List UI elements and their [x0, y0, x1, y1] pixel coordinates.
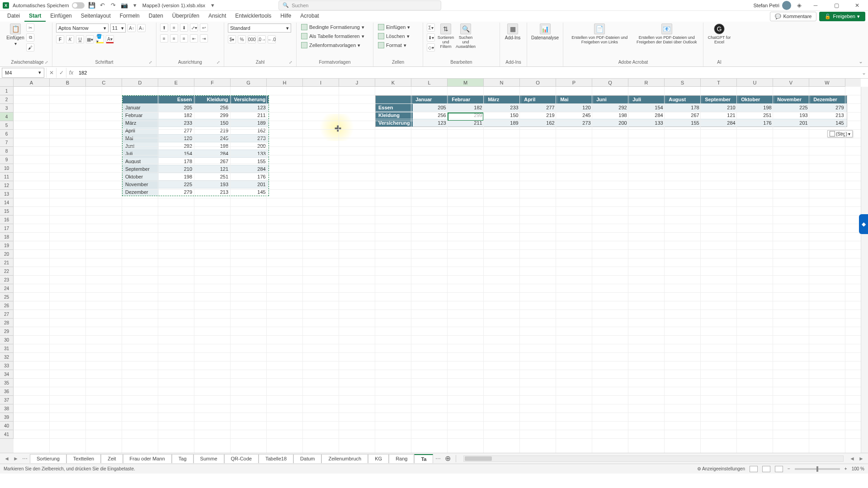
qat-dropdown-icon[interactable]: ▾ [132, 2, 139, 9]
format-cells-button[interactable]: Format ▾ [377, 42, 411, 49]
diamond-icon[interactable]: ◈ [796, 2, 803, 9]
sheet-tab[interactable]: Textteilen [66, 454, 101, 463]
wrap-text-icon[interactable]: ↩ [200, 23, 208, 32]
horizontal-scrollbar[interactable] [463, 455, 844, 462]
tab-überprüfen[interactable]: Überprüfen [168, 11, 204, 22]
sheet-tab[interactable]: Frau oder Mann [123, 454, 172, 463]
tab-formeln[interactable]: Formeln [115, 11, 144, 22]
row-header[interactable]: 10 [0, 164, 14, 173]
maximize-button[interactable]: ▢ [828, 0, 844, 11]
sheet-prev-icon[interactable]: ◄ [3, 455, 11, 463]
orientation-icon[interactable]: ⤢▾ [190, 23, 198, 32]
row-header[interactable]: 11 [0, 173, 14, 181]
col-header[interactable]: D [122, 79, 158, 87]
vertical-scrollbar[interactable] [861, 87, 868, 453]
col-header[interactable]: V [773, 79, 809, 87]
bold-button[interactable]: F [56, 35, 64, 43]
chatgpt-button[interactable]: GChatGPT for Excel [707, 23, 731, 44]
collapse-ribbon-icon[interactable]: ⌄ [856, 23, 865, 66]
share-button[interactable]: 🔓 Freigeben ▾ [819, 12, 865, 21]
copy-icon[interactable]: ⧉ [26, 33, 34, 42]
doc-dropdown-icon[interactable]: ▾ [209, 2, 216, 9]
col-header[interactable]: L [411, 79, 448, 87]
increase-font-icon[interactable]: A↑ [127, 24, 136, 32]
paste-options-tag[interactable]: (Strg) ▾ [827, 130, 853, 137]
sheet-tab[interactable]: Datum [293, 454, 321, 463]
launcher-icon[interactable]: ⤢ [289, 60, 292, 65]
row-header[interactable]: 13 [0, 190, 14, 198]
tab-hilfe[interactable]: Hilfe [276, 11, 296, 22]
row-header[interactable]: 41 [0, 430, 14, 439]
row-header[interactable]: 6 [0, 130, 14, 138]
font-size-select[interactable]: 11▾ [110, 23, 126, 33]
increase-indent-icon[interactable]: ⇥ [200, 34, 208, 42]
align-right-icon[interactable]: ≡ [180, 34, 188, 42]
row-header[interactable]: 36 [0, 387, 14, 396]
tab-datei[interactable]: Datei [3, 11, 24, 22]
tab-acrobat[interactable]: Acrobat [296, 11, 323, 22]
col-header[interactable]: I [303, 79, 339, 87]
font-color-button[interactable]: A▾ [106, 35, 114, 43]
col-header[interactable]: H [267, 79, 303, 87]
insert-cells-button[interactable]: Einfügen ▾ [377, 23, 411, 31]
addins-button[interactable]: ▦Add-Ins [504, 23, 522, 40]
row-header[interactable]: 15 [0, 207, 14, 216]
row-header[interactable]: 5 [0, 121, 14, 130]
row-header[interactable]: 30 [0, 336, 14, 344]
align-left-icon[interactable]: ≡ [160, 34, 168, 42]
decrease-indent-icon[interactable]: ⇤ [190, 34, 198, 42]
decrease-decimal-icon[interactable]: ←.0 [268, 35, 276, 43]
undo-icon[interactable]: ↶ [99, 2, 106, 9]
launcher-icon[interactable]: ⤢ [149, 60, 152, 65]
sheet-tab[interactable]: Tabelle18 [259, 454, 293, 463]
sheet-tab[interactable]: Ta [414, 454, 433, 463]
tab-daten[interactable]: Daten [144, 11, 168, 22]
col-header[interactable]: G [231, 79, 267, 87]
row-header[interactable]: 23 [0, 276, 14, 284]
col-header[interactable]: O [520, 79, 556, 87]
row-header[interactable]: 1 [0, 87, 14, 95]
font-name-select[interactable]: Aptos Narrow▾ [56, 23, 108, 33]
camera-icon[interactable]: 📷 [121, 2, 128, 9]
scroll-left-icon[interactable]: ◄ [848, 455, 856, 463]
clear-icon[interactable]: ◇▾ [427, 43, 435, 52]
row-header[interactable]: 40 [0, 422, 14, 430]
sort-filter-button[interactable]: ⇅Sortieren und Filtern [437, 23, 455, 49]
align-top-icon[interactable]: ⬆ [160, 23, 168, 32]
col-header[interactable]: R [628, 79, 665, 87]
row-header[interactable]: 25 [0, 293, 14, 301]
sheet-more-icon[interactable]: ⋯ [434, 455, 442, 463]
launcher-icon[interactable]: ⤢ [217, 60, 220, 65]
underline-button[interactable]: U [76, 35, 84, 43]
sheet-tab[interactable]: Sortierung [30, 454, 66, 463]
row-header[interactable]: 4 [0, 113, 14, 121]
row-header[interactable]: 33 [0, 361, 14, 370]
zoom-slider[interactable] [795, 468, 840, 470]
row-header[interactable]: 14 [0, 198, 14, 207]
col-header[interactable]: S [665, 79, 701, 87]
row-header[interactable]: 39 [0, 413, 14, 422]
tab-entwicklertools[interactable]: Entwicklertools [231, 11, 276, 22]
sheet-tab[interactable]: Tag [172, 454, 193, 463]
col-header[interactable]: Q [592, 79, 628, 87]
autosum-icon[interactable]: Σ▾ [427, 23, 435, 32]
enter-icon[interactable]: ✓ [56, 68, 66, 78]
row-header[interactable]: 20 [0, 250, 14, 258]
name-box[interactable]: M4▾ [2, 68, 44, 78]
data-analysis-button[interactable]: 📊Datenanalyse [531, 23, 559, 40]
row-header[interactable]: 34 [0, 370, 14, 379]
col-header[interactable]: E [158, 79, 194, 87]
transposed-table[interactable]: JanuarFebruarMärzAprilMaiJuniJuliAugustS… [375, 95, 847, 127]
row-header[interactable]: 19 [0, 241, 14, 250]
row-header[interactable]: 12 [0, 181, 14, 190]
cancel-icon[interactable]: ✕ [46, 68, 56, 78]
cell-styles-button[interactable]: Zellenformatvorlagen ▾ [300, 42, 365, 49]
row-headers[interactable]: 1234567891011121314151617181920212223242… [0, 87, 14, 453]
fill-color-button[interactable]: 🪣▾ [96, 35, 104, 43]
col-header[interactable]: C [86, 79, 122, 87]
col-header[interactable]: B [50, 79, 86, 87]
tab-seitenlayout[interactable]: Seitenlayout [76, 11, 115, 22]
save-icon[interactable]: 💾 [88, 2, 95, 9]
row-header[interactable]: 24 [0, 284, 14, 293]
pdf-share-outlook-button[interactable]: 📧Erstellen von PDF-Dateien und Freigeben… [634, 23, 700, 44]
